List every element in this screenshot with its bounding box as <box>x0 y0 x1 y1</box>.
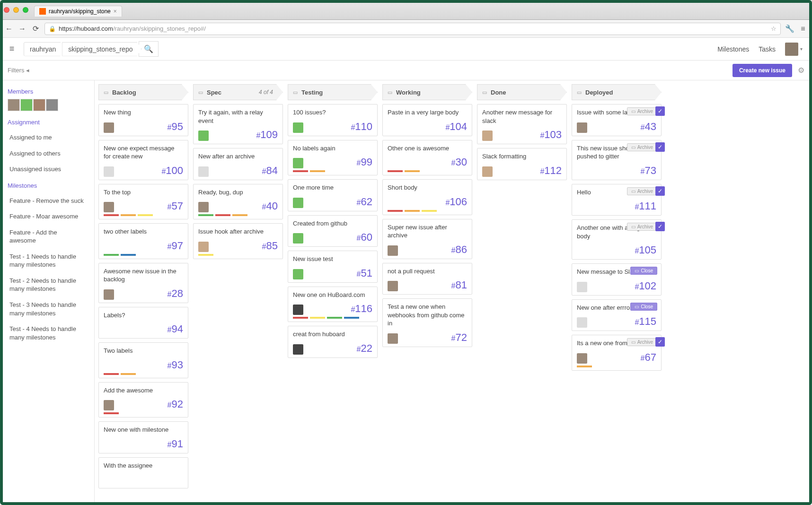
forward-button[interactable]: → <box>18 25 26 33</box>
search-button[interactable]: 🔍 <box>139 41 159 57</box>
assignee-avatar[interactable] <box>293 158 303 168</box>
issue-card[interactable]: One more time #62 <box>288 179 378 211</box>
assignee-avatar[interactable] <box>577 353 587 364</box>
issue-card[interactable]: Issue with some labels▭Archive✓ #43 <box>572 104 662 136</box>
board[interactable]: ▭ Backlog New thing #95 New one expect m… <box>95 80 812 505</box>
issue-card[interactable]: creat from huboard #22 <box>288 326 378 358</box>
assignee-avatar[interactable] <box>104 122 114 133</box>
issue-card[interactable]: New one with milestone #91 <box>98 421 188 453</box>
issue-card[interactable]: With the assignee <box>98 457 188 488</box>
collapse-icon[interactable]: ▭ <box>388 89 392 96</box>
collapse-icon[interactable]: ▭ <box>104 89 108 96</box>
reload-button[interactable]: ⟳ <box>31 25 40 33</box>
assignee-avatar[interactable] <box>104 166 114 177</box>
issue-card[interactable]: two other labels #97 <box>98 223 188 259</box>
issue-card[interactable]: Issue hook after archive #85 <box>193 223 283 259</box>
issue-card[interactable]: Another new message for slack #103 <box>477 104 567 144</box>
issue-card[interactable]: New issue test #51 <box>288 251 378 283</box>
assignee-avatar[interactable] <box>388 245 398 256</box>
card-action-button[interactable]: ▭Archive <box>627 107 657 115</box>
create-issue-button[interactable]: Create new issue <box>733 64 792 77</box>
issue-card[interactable]: Labels? #94 <box>98 307 188 339</box>
hamburger-menu-icon[interactable]: ≡ <box>0 44 24 54</box>
issue-card[interactable]: 100 issues? #110 <box>288 104 378 136</box>
issue-card[interactable]: Created from github #60 <box>288 215 378 247</box>
issue-card[interactable]: Short body #106 <box>382 179 472 215</box>
issue-card[interactable]: New after an archive #84 <box>193 148 283 180</box>
assignee-avatar[interactable] <box>388 281 398 291</box>
collapse-icon[interactable]: ▭ <box>577 89 582 96</box>
issue-card[interactable]: Ready, bug, dup #40 <box>193 184 283 220</box>
sidebar-milestone-item[interactable]: Test - 3 Needs to handle many milestones <box>8 297 87 321</box>
member-avatar[interactable] <box>46 99 58 111</box>
card-action-button[interactable]: ▭Close <box>630 267 657 275</box>
issue-card[interactable]: To the top #57 <box>98 184 188 220</box>
minimize-window-icon[interactable] <box>13 7 19 13</box>
issue-card[interactable]: Super new issue after archive #86 <box>382 219 472 259</box>
sidebar-milestone-item[interactable]: Feature - Add the awesome <box>8 225 87 249</box>
assignee-avatar[interactable] <box>198 131 209 141</box>
assignee-avatar[interactable] <box>577 122 587 133</box>
browser-tab[interactable]: rauhryan/skipping_stone × <box>34 6 122 17</box>
assignee-avatar[interactable] <box>482 131 493 141</box>
nav-tasks[interactable]: Tasks <box>759 45 776 53</box>
close-window-icon[interactable] <box>4 7 9 13</box>
column-header[interactable]: ▭ Deployed <box>572 84 662 100</box>
column-header[interactable]: ▭ Working <box>382 84 472 100</box>
card-action-button[interactable]: ▭Archive <box>627 223 657 231</box>
sidebar-assignment-item[interactable]: Assigned to others <box>8 146 87 162</box>
collapse-icon[interactable]: ▭ <box>482 89 487 96</box>
issue-card[interactable]: Another one with a large body▭Archive✓ #… <box>572 219 662 260</box>
sidebar-assignment-item[interactable]: Assigned to me <box>8 130 87 146</box>
issue-card[interactable]: not a pull request #81 <box>382 263 472 295</box>
assignee-avatar[interactable] <box>577 317 587 328</box>
bookmark-star-icon[interactable]: ☆ <box>771 25 777 32</box>
user-menu[interactable]: ▾ <box>785 43 803 56</box>
tab-close-icon[interactable]: × <box>114 8 117 15</box>
issue-card[interactable]: Its a new one from huboard▭Archive✓ #67 <box>572 335 662 371</box>
column-header[interactable]: ▭ Done <box>477 84 567 100</box>
assignee-avatar[interactable] <box>293 122 303 133</box>
assignee-avatar[interactable] <box>104 289 114 300</box>
assignee-avatar[interactable] <box>293 344 303 355</box>
assignee-avatar[interactable] <box>104 202 114 212</box>
issue-card[interactable]: Awesome new issue in the backlog #28 <box>98 263 188 303</box>
column-header[interactable]: ▭ Spec 4 of 4 <box>193 84 283 100</box>
issue-card[interactable]: No labels again #99 <box>288 140 378 176</box>
assignee-avatar[interactable] <box>293 233 303 244</box>
issue-card[interactable]: Hello▭Archive✓ #111 <box>572 184 662 216</box>
url-bar[interactable]: 🔒 https:// huboard.com /rauhryan/skippin… <box>44 23 781 35</box>
issue-card[interactable]: New one after errror▭Close #115 <box>572 299 662 331</box>
zoom-window-icon[interactable] <box>23 7 28 13</box>
filters-toggle[interactable]: Filters ◂ <box>8 67 29 74</box>
sidebar-milestone-item[interactable]: Test - 1 Needs to handle many milestones <box>8 249 87 273</box>
issue-card[interactable]: Two labels #93 <box>98 342 188 378</box>
assignee-avatar[interactable] <box>198 166 209 177</box>
card-action-button[interactable]: ▭Archive <box>627 187 657 195</box>
sidebar-milestone-item[interactable]: Feature - Moar awesome <box>8 209 87 225</box>
assignee-avatar[interactable] <box>482 166 493 177</box>
menu-icon[interactable]: ≡ <box>799 25 807 33</box>
breadcrumb-owner[interactable]: rauhryan <box>24 42 65 56</box>
settings-button[interactable]: ⚙ <box>798 66 804 75</box>
sidebar-milestone-item[interactable]: Test - 4 Needs to handle many milestones <box>8 321 87 345</box>
assignee-avatar[interactable] <box>293 305 303 315</box>
sidebar-milestone-item[interactable]: Test - 2 Needs to handle many milestones <box>8 273 87 297</box>
issue-card[interactable]: Add the awesome #92 <box>98 382 188 418</box>
collapse-icon[interactable]: ▭ <box>293 89 298 96</box>
issue-card[interactable]: New message to Slack▭Close #102 <box>572 263 662 296</box>
issue-card[interactable]: New one on HuBoard.com #116 <box>288 287 378 322</box>
issue-card[interactable]: New one expect message for create new #1… <box>98 140 188 180</box>
sidebar-assignment-item[interactable]: Unassigned issues <box>8 161 87 177</box>
assignee-avatar[interactable] <box>293 269 303 279</box>
assignee-avatar[interactable] <box>293 198 303 208</box>
assignee-avatar[interactable] <box>388 333 398 344</box>
member-avatar[interactable] <box>8 99 20 111</box>
member-avatar[interactable] <box>20 99 33 111</box>
card-action-button[interactable]: ▭Close <box>630 303 657 311</box>
issue-card[interactable]: New thing #95 <box>98 104 188 136</box>
assignee-avatar[interactable] <box>198 242 209 252</box>
sidebar-milestone-item[interactable]: Feature - Remove the suck <box>8 193 87 209</box>
assignee-avatar[interactable] <box>198 202 209 212</box>
issue-card[interactable]: Try it again, with a relay event #109 <box>193 104 283 144</box>
